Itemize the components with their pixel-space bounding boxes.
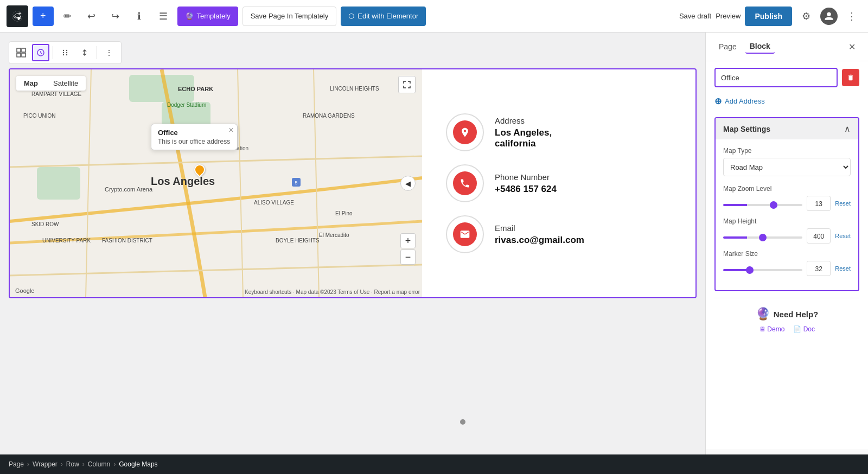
- map-label-lincoln: LINCOLN HEIGHTS: [330, 86, 379, 92]
- sidebar-close-button[interactable]: ✕: [844, 39, 859, 54]
- sidebar-body: ⊕ Add Address Map Settings ∧ Map Type Ro…: [706, 61, 868, 450]
- map-settings-body: Map Type Road Map Satellite Hybrid Terra…: [716, 139, 858, 290]
- doc-link[interactable]: 📄 Doc: [793, 325, 815, 333]
- address-label: Address: [495, 116, 552, 125]
- save-in-templately-button[interactable]: Save Page In Templately: [242, 7, 337, 26]
- map-label-echo: ECHO PARK: [178, 86, 213, 92]
- phone-text: Phone Number +5486 157 624: [495, 172, 557, 195]
- email-item: Email rivas.co@gmail.com: [446, 215, 685, 253]
- map-type-label: Map Type: [723, 147, 851, 155]
- map-label-elpino: El Pino: [335, 210, 353, 216]
- map-type-map-button[interactable]: Map: [16, 76, 46, 91]
- map-popup: Office This is our office address ✕: [151, 124, 238, 150]
- plus-circle-icon: ⊕: [714, 96, 722, 106]
- map-zoom-controls: + −: [400, 233, 416, 265]
- email-icon-circle: [446, 215, 484, 253]
- map-navigation-button[interactable]: ◀: [400, 176, 416, 191]
- height-slider-container: [723, 231, 802, 241]
- phone-icon: [453, 171, 477, 195]
- breadcrumb-row[interactable]: Row: [66, 460, 79, 468]
- templately-button[interactable]: 🔮 Templately: [177, 7, 238, 26]
- breadcrumb-sep-1: ›: [27, 460, 29, 468]
- delete-address-button[interactable]: [842, 69, 859, 86]
- map-label-skid: SKID ROW: [31, 221, 59, 227]
- map-type-select[interactable]: Road Map Satellite Hybrid Terrain: [723, 158, 851, 176]
- toolbar-divider-2: [97, 46, 97, 59]
- map-type-satellite-button[interactable]: Satellite: [46, 76, 86, 91]
- svg-point-6: [63, 50, 64, 51]
- map-settings-header[interactable]: Map Settings ∧: [716, 118, 858, 139]
- demo-link[interactable]: 🖥 Demo: [759, 325, 784, 333]
- breadcrumb-wrapper[interactable]: Wrapper: [33, 460, 58, 468]
- map-label-rampart: RAMPART VILLAGE: [31, 91, 81, 97]
- avatar[interactable]: [820, 8, 838, 25]
- list-button[interactable]: ☰: [154, 7, 173, 26]
- zoom-reset-button[interactable]: Reset: [835, 200, 851, 207]
- map-background: 10 5 Los Angeles RAMPART VILLAGE PICO UN…: [10, 69, 422, 297]
- zoom-out-button[interactable]: −: [400, 249, 416, 265]
- height-group: Map Height 400 Reset: [723, 217, 851, 244]
- popup-title: Office: [158, 129, 231, 137]
- zoom-slider[interactable]: [723, 204, 802, 206]
- marker-slider[interactable]: [723, 269, 802, 271]
- marker-label: Marker Size: [723, 250, 851, 258]
- tab-block[interactable]: Block: [745, 40, 775, 54]
- map-label-cryptoarena: Crypto.com Arena: [105, 186, 152, 193]
- redo-button[interactable]: ↪: [106, 7, 125, 26]
- tab-page[interactable]: Page: [714, 40, 741, 53]
- content-block: 10 5 Los Angeles RAMPART VILLAGE PICO UN…: [9, 68, 697, 298]
- map-fullscreen-button[interactable]: [398, 76, 416, 93]
- marker-reset-button[interactable]: Reset: [835, 265, 851, 272]
- doc-icon: 📄: [793, 325, 801, 333]
- height-label: Map Height: [723, 217, 851, 225]
- map-type-bar: Map Satellite: [16, 76, 86, 91]
- map-label-ramona: RAMONA GARDENS: [303, 113, 355, 119]
- drag-handle-button[interactable]: [56, 44, 74, 61]
- address-input-field[interactable]: [714, 68, 838, 87]
- zoom-label: Map Zoom Level: [723, 185, 851, 193]
- add-block-button[interactable]: +: [33, 7, 54, 26]
- map-label-pico: PICO UNION: [23, 113, 55, 119]
- sidebar: Page Block ✕ ⊕ Add Address: [705, 33, 868, 474]
- preview-button[interactable]: Preview: [716, 12, 741, 20]
- block-type-button[interactable]: [32, 44, 49, 61]
- height-slider[interactable]: [723, 236, 802, 239]
- info-button[interactable]: ℹ: [130, 7, 149, 26]
- add-address-button[interactable]: ⊕ Add Address: [714, 94, 765, 108]
- marker-group: Marker Size 32 Reset: [723, 250, 851, 276]
- publish-button[interactable]: Publish: [745, 7, 792, 26]
- height-slider-row: 400 Reset: [723, 228, 851, 244]
- svg-rect-1: [17, 48, 21, 52]
- help-section: 🔮 Need Help? 🖥 Demo 📄 Doc: [714, 298, 859, 342]
- map-city-label: Los Angeles: [151, 175, 215, 188]
- more-options-button[interactable]: ⋮: [842, 7, 861, 26]
- pencil-button[interactable]: ✏: [58, 7, 78, 26]
- breadcrumb-google-maps[interactable]: Google Maps: [119, 460, 157, 468]
- breadcrumb-column[interactable]: Column: [88, 460, 110, 468]
- templately-icon: 🔮: [185, 12, 194, 20]
- map-label-dodger: Dodger Stadium: [167, 102, 206, 108]
- popup-desc: This is our office address: [158, 138, 231, 145]
- block-options-button[interactable]: ⋮: [100, 44, 118, 61]
- email-label: Email: [495, 223, 584, 233]
- marker-value: 32: [807, 261, 831, 276]
- marker-slider-container: [723, 264, 802, 273]
- save-draft-button[interactable]: Save draft: [679, 12, 711, 20]
- breadcrumb-page[interactable]: Page: [9, 460, 24, 468]
- email-value: rivas.co@gmail.com: [495, 235, 584, 246]
- undo-button[interactable]: ↩: [82, 7, 101, 26]
- phone-label: Phone Number: [495, 172, 557, 182]
- zoom-in-button[interactable]: +: [400, 233, 416, 248]
- move-up-down-button[interactable]: [76, 44, 93, 61]
- map-label-aliso: ALISO VILLAGE: [254, 200, 294, 206]
- popup-close-button[interactable]: ✕: [228, 126, 234, 134]
- height-reset-button[interactable]: Reset: [835, 233, 851, 239]
- svg-point-11: [66, 54, 67, 55]
- breadcrumb-sep-2: ›: [61, 460, 63, 468]
- edit-with-elementor-button[interactable]: ⬡ Edit with Elementor: [341, 7, 426, 26]
- svg-text:5: 5: [295, 180, 297, 185]
- grid-view-button[interactable]: [12, 44, 30, 61]
- settings-button[interactable]: ⚙: [796, 7, 816, 26]
- svg-rect-2: [22, 48, 25, 52]
- svg-rect-14: [292, 178, 301, 187]
